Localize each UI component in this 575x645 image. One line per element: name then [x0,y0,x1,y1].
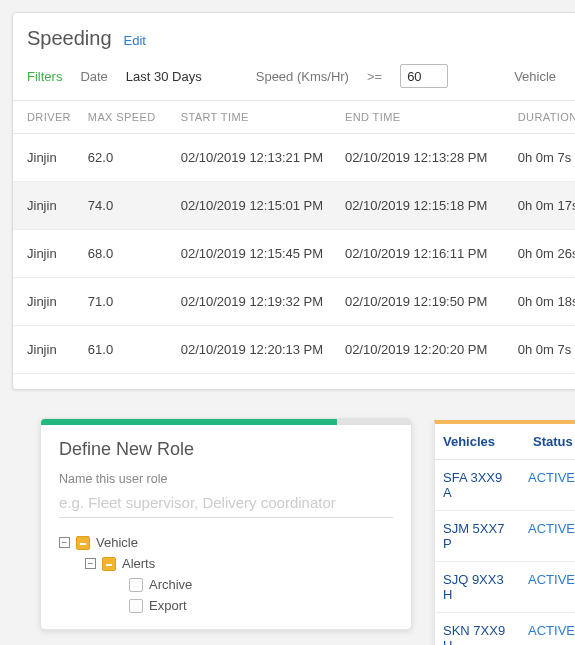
vehicle-row[interactable]: SKN 7XX9 U ACTIVE [435,613,575,645]
tree-label: Archive [149,577,192,592]
col-driver[interactable]: DRIVER [13,101,78,134]
vehicles-card: Vehicles Status SFA 3XX9 A ACTIVE SJM 5X… [434,420,575,645]
filters-bar: Filters Date Last 30 Days Speed (Kms/Hr)… [13,60,575,101]
cell-duration: 0h 0m 17s [508,182,575,230]
cell-speed: 74.0 [78,182,171,230]
cell-duration: 0h 0m 26s [508,230,575,278]
vehicle-status: ACTIVE [520,562,575,612]
table-row[interactable]: Jinjin 71.0 02/10/2019 12:19:32 PM 02/10… [13,278,575,326]
table-row[interactable]: Jinjin 61.0 02/10/2019 12:20:13 PM 02/10… [13,326,575,374]
vehicle-filter-label[interactable]: Vehicle [514,69,556,84]
cell-end: 02/10/2019 12:16:11 PM [335,230,508,278]
vehicle-status: ACTIVE [520,460,575,510]
report-header: Speeding Edit [13,13,575,60]
cell-driver: Jinjin [13,230,78,278]
cell-driver: Jinjin [13,278,78,326]
role-name-label: Name this user role [59,472,393,486]
cell-end: 02/10/2019 12:15:18 PM [335,182,508,230]
vehicle-row[interactable]: SFA 3XX9 A ACTIVE [435,460,575,511]
role-card-title: Define New Role [59,439,393,460]
cell-speed: 71.0 [78,278,171,326]
vehicle-id: SKN 7XX9 U [435,613,520,645]
date-filter-label[interactable]: Date [80,69,107,84]
vehicle-status: ACTIVE [520,613,575,645]
vehicle-row[interactable]: SJM 5XX7 P ACTIVE [435,511,575,562]
vehicle-row[interactable]: SJQ 9XX3 H ACTIVE [435,562,575,613]
col-duration[interactable]: DURATION [508,101,575,134]
cell-driver: Jinjin [13,134,78,182]
table-row[interactable]: Jinjin 68.0 02/10/2019 12:15:45 PM 02/10… [13,230,575,278]
vehicle-id: SJM 5XX7 P [435,511,520,561]
collapse-icon[interactable]: − [59,537,70,548]
col-start-time[interactable]: START TIME [171,101,335,134]
tree-node-export[interactable]: Export [59,595,393,616]
tree-label: Alerts [122,556,155,571]
cell-start: 02/10/2019 12:13:21 PM [171,134,335,182]
tree-node-archive[interactable]: Archive [59,574,393,595]
cell-driver: Jinjin [13,326,78,374]
vehicles-header: Vehicles Status [435,424,575,460]
collapse-icon[interactable]: − [85,558,96,569]
define-role-card: Define New Role Name this user role − Ve… [40,418,412,630]
cell-end: 02/10/2019 12:20:20 PM [335,326,508,374]
cell-duration: 0h 0m 7s [508,326,575,374]
cell-driver: Jinjin [13,182,78,230]
col-max-speed[interactable]: MAX SPEED [78,101,171,134]
speed-filter-label: Speed (Kms/Hr) [256,69,349,84]
vehicle-id: SJQ 9XX3 H [435,562,520,612]
col-status[interactable]: Status [525,424,575,459]
vehicle-status: ACTIVE [520,511,575,561]
table-row[interactable]: Jinjin 74.0 02/10/2019 12:15:01 PM 02/10… [13,182,575,230]
speeding-table: DRIVER MAX SPEED START TIME END TIME DUR… [13,101,575,374]
checkbox-empty[interactable] [129,578,143,592]
cell-start: 02/10/2019 12:19:32 PM [171,278,335,326]
checkbox-partial[interactable] [76,536,90,550]
cell-start: 02/10/2019 12:15:45 PM [171,230,335,278]
table-row[interactable]: Jinjin 62.0 02/10/2019 12:13:21 PM 02/10… [13,134,575,182]
col-vehicles[interactable]: Vehicles [435,424,525,459]
edit-report-link[interactable]: Edit [124,33,146,48]
cell-speed: 61.0 [78,326,171,374]
permissions-tree: − Vehicle − Alerts Archive Export [59,532,393,616]
speed-filter-operator[interactable]: >= [367,69,382,84]
cell-end: 02/10/2019 12:19:50 PM [335,278,508,326]
cell-start: 02/10/2019 12:15:01 PM [171,182,335,230]
tree-label: Vehicle [96,535,138,550]
cell-speed: 68.0 [78,230,171,278]
tree-node-alerts[interactable]: − Alerts [59,553,393,574]
cell-duration: 0h 0m 7s [508,134,575,182]
speeding-report-card: Speeding Edit Filters Date Last 30 Days … [12,12,575,390]
vehicle-id: SFA 3XX9 A [435,460,520,510]
report-title: Speeding [27,27,112,50]
cell-speed: 62.0 [78,134,171,182]
role-name-input[interactable] [59,490,393,518]
tree-label: Export [149,598,187,613]
date-filter-value[interactable]: Last 30 Days [126,69,202,84]
filters-label[interactable]: Filters [27,69,62,84]
speed-threshold-input[interactable] [400,64,448,88]
checkbox-empty[interactable] [129,599,143,613]
col-end-time[interactable]: END TIME [335,101,508,134]
tree-node-vehicle[interactable]: − Vehicle [59,532,393,553]
cell-start: 02/10/2019 12:20:13 PM [171,326,335,374]
checkbox-partial[interactable] [102,557,116,571]
cell-duration: 0h 0m 18s [508,278,575,326]
cell-end: 02/10/2019 12:13:28 PM [335,134,508,182]
